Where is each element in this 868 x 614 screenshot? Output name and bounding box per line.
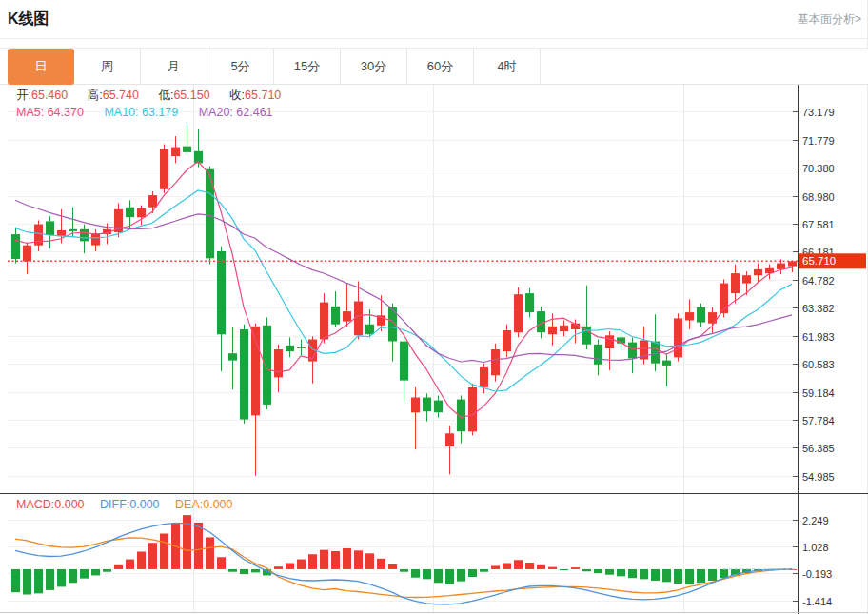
svg-text:65.710: 65.710 (802, 255, 836, 267)
close-value: 65.710 (245, 89, 281, 102)
svg-text:60.583: 60.583 (802, 359, 835, 370)
kline-chart-canvas[interactable]: 73.17971.77970.38068.98067.58166.18164.7… (0, 85, 868, 614)
low-value: 65.150 (173, 89, 209, 102)
ohlc-legend: 开:65.460 高:65.740 低:65.150 收:65.710 (16, 88, 297, 104)
svg-text:56.385: 56.385 (802, 443, 835, 454)
close-label: 收: (229, 89, 245, 102)
dea-label: DEA:0.000 (175, 498, 232, 511)
tab-bar: 日周月5分15分30分60分4时 (0, 48, 868, 85)
low-label: 低: (158, 89, 173, 102)
tab-60分[interactable]: 60分 (407, 49, 474, 84)
svg-text:61.983: 61.983 (802, 331, 835, 343)
high-value: 65.740 (103, 89, 139, 102)
high-label: 高: (88, 89, 103, 102)
tab-15分[interactable]: 15分 (274, 49, 341, 84)
macd-label: MACD:0.000 (16, 498, 85, 511)
svg-text:2.249: 2.249 (802, 515, 829, 526)
ma-legend: MA5: 64.370 MA10: 63.179 MA20: 62.461 (16, 106, 290, 119)
macd-histogram (11, 515, 797, 594)
open-label: 开: (16, 89, 31, 102)
ma20-legend: MA20: 62.461 (199, 106, 273, 119)
open-value: 65.460 (31, 89, 68, 102)
svg-text:71.779: 71.779 (802, 135, 835, 147)
svg-text:-0.193: -0.193 (802, 568, 832, 580)
price-axis: 73.17971.77970.38068.98067.58166.18164.7… (793, 107, 835, 483)
macd-legend: MACD:0.000 DIFF:0.000 DEA:0.000 (16, 498, 246, 511)
tab-5分[interactable]: 5分 (207, 49, 274, 84)
tab-月[interactable]: 月 (141, 49, 207, 84)
svg-text:-1.414: -1.414 (802, 596, 832, 607)
svg-text:54.985: 54.985 (802, 471, 835, 483)
candles (11, 126, 797, 476)
diff-label: DIFF:0.000 (100, 498, 160, 511)
page-title: K线图 (8, 0, 49, 38)
svg-text:68.980: 68.980 (802, 191, 835, 203)
svg-text:64.782: 64.782 (802, 275, 835, 287)
tab-30分[interactable]: 30分 (341, 49, 407, 84)
svg-text:67.581: 67.581 (802, 219, 835, 230)
ma10-legend: MA10: 63.179 (104, 106, 178, 119)
header: K线图 基本面分析> (0, 0, 867, 39)
current-price-badge: 65.710 (799, 253, 866, 268)
ma5-legend: MA5: 64.370 (16, 106, 84, 119)
svg-text:59.184: 59.184 (802, 387, 835, 399)
macd-axis: 2.2491.028-0.193-1.414 (793, 515, 832, 607)
svg-text:70.380: 70.380 (802, 163, 835, 174)
tab-日[interactable]: 日 (8, 49, 74, 85)
kline-page: K线图 基本面分析> 日周月5分15分30分60分4时 73.17971.779… (0, 0, 868, 614)
svg-text:63.382: 63.382 (802, 303, 835, 314)
svg-text:57.784: 57.784 (802, 415, 835, 426)
svg-text:73.179: 73.179 (802, 107, 835, 118)
tab-周[interactable]: 周 (74, 49, 141, 84)
tab-4时[interactable]: 4时 (474, 49, 541, 84)
fundamental-analysis-link[interactable]: 基本面分析> (798, 0, 861, 38)
svg-text:1.028: 1.028 (802, 542, 829, 553)
